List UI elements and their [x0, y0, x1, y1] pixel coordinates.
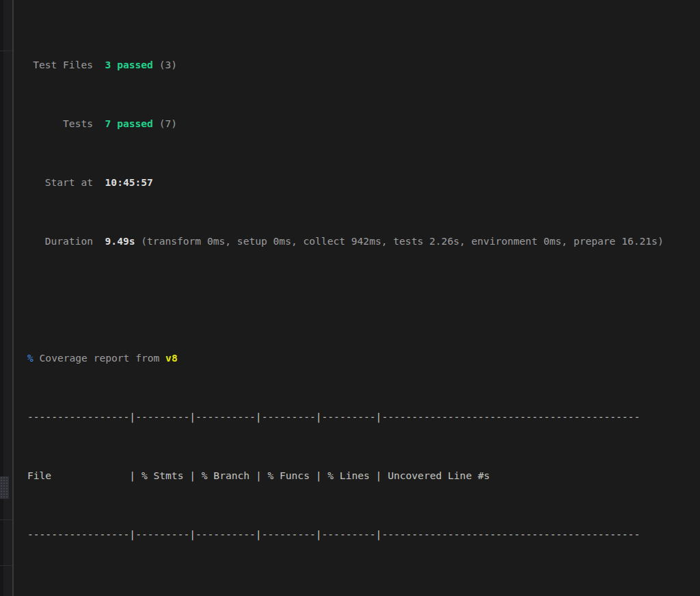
summary-tests: Tests7 passed(7): [27, 116, 700, 131]
editor-edge-strip: [0, 0, 12, 596]
header-file: File: [27, 468, 129, 483]
coverage-provider: v8: [165, 352, 178, 364]
edge-separator: [0, 519, 12, 520]
summary-duration: Duration9.49s(transform 0ms, setup 0ms, …: [27, 234, 700, 248]
editor-edge-shadow: [0, 0, 3, 596]
summary-suffix: (3): [159, 59, 177, 70]
header-stmts: % Stmts: [135, 468, 189, 483]
header-branch: % Branch: [196, 468, 256, 483]
summary-value: 10:45:57: [105, 176, 153, 188]
summary-suffix: (transform 0ms, setup 0ms, collect 942ms…: [141, 235, 663, 247]
column-divider: |: [316, 470, 322, 481]
summary-suffix: (7): [159, 118, 177, 129]
vscode-terminal-panel: Test Files3 passed(3) Tests7 passed(7) S…: [0, 0, 700, 596]
header-lines: % Lines: [322, 468, 376, 483]
percent-icon: %: [27, 352, 33, 364]
table-separator: -----------------|---------|----------|-…: [27, 527, 700, 541]
summary-test-files: Test Files3 passed(3): [27, 57, 700, 72]
summary-value: 7 passed: [105, 118, 153, 129]
table-header-row: File|% Stmts|% Branch|% Funcs|% Lines|Un…: [27, 468, 700, 483]
minimap-slider[interactable]: [0, 476, 9, 499]
summary-start-at: Start at10:45:57: [27, 175, 700, 189]
summary-label: Tests: [27, 116, 93, 131]
header-funcs: % Funcs: [262, 468, 316, 483]
edge-separator: [0, 565, 12, 566]
summary-label: Duration: [27, 234, 93, 248]
header-uncovered: Uncovered Line #s: [381, 470, 489, 481]
blank-line: [27, 293, 700, 307]
coverage-report-title: %Coverage report fromv8: [27, 351, 700, 365]
edge-separator: [0, 51, 12, 51]
table-separator: -----------------|---------|----------|-…: [27, 409, 700, 424]
column-divider: |: [129, 470, 135, 481]
coverage-table-rows: All files|40.38|73.39|51.56|40.34| app|0…: [27, 586, 700, 596]
summary-label: Start at: [27, 175, 93, 189]
coverage-title-text: Coverage report from: [40, 352, 160, 364]
column-divider: |: [256, 470, 262, 481]
summary-label: Test Files: [27, 57, 93, 72]
column-divider: |: [189, 470, 196, 481]
summary-value: 9.49s: [105, 235, 135, 247]
terminal-output: Test Files3 passed(3) Tests7 passed(7) S…: [14, 0, 700, 596]
summary-value: 3 passed: [105, 59, 153, 70]
